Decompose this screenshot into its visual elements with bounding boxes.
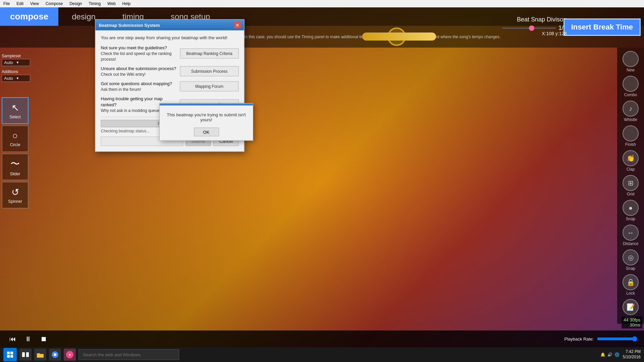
error-dialog: This beatmap you're trying to submit isn… — [159, 103, 253, 141]
additions-dropdown[interactable]: Auto ▼ — [2, 75, 30, 82]
play-stop-btn[interactable]: ⏹ — [38, 335, 50, 343]
slider-track — [502, 27, 556, 29]
right-toolbar: New Combo ♪ Whistle Finish 👏 Clap ⊞ Grid… — [617, 48, 644, 324]
menu-timing[interactable]: Timing — [86, 1, 104, 7]
fps-value: 44 30fps — [624, 317, 640, 322]
network-icon[interactable]: 🌐 — [614, 352, 620, 357]
app-button[interactable]: ● — [64, 349, 76, 361]
taskbar: ● 🔔 🔊 🌐 7:42 PM 5/10/2016 — [0, 347, 644, 362]
tool-grid[interactable]: ⊞ Grid — [623, 175, 639, 196]
menu-design[interactable]: Design — [66, 1, 85, 7]
sampleset-dropdown[interactable]: Auto ▼ — [2, 59, 30, 66]
taskbar-clock: 7:42 PM 5/10/2016 — [623, 349, 641, 360]
submission-question: Unsure about the submission process? — [101, 65, 177, 71]
tool-distance-snap-label: Snap — [626, 266, 635, 271]
svg-rect-0 — [7, 352, 10, 354]
dialog-row-submission: Unsure about the submission process? Che… — [101, 65, 239, 77]
tool-distance-snap[interactable]: ◎ Snap — [623, 249, 639, 271]
dialog-row-mapping: Got some questions about mapping? Ask th… — [101, 80, 239, 92]
error-ok-button[interactable]: OK — [194, 128, 219, 136]
taskview-button[interactable] — [19, 349, 32, 361]
menubar: File Edit View Compose Design Timing Web… — [0, 0, 644, 7]
volume-icon[interactable]: 🔊 — [607, 352, 612, 357]
chrome-button[interactable] — [49, 349, 61, 361]
menu-web[interactable]: Web — [104, 1, 119, 7]
tool-whistle-label: Whistle — [624, 117, 637, 122]
insert-break-button[interactable]: Insert Break Time — [564, 18, 641, 36]
submission-text: Unsure about the submission process? Che… — [101, 65, 177, 77]
tool-finish-label: Finish — [625, 142, 636, 147]
submission-process-button[interactable]: Submission Process — [180, 66, 239, 76]
menu-file[interactable]: File — [0, 1, 13, 7]
grid-icon: ⊞ — [623, 175, 639, 191]
tool-slider[interactable]: 〜 Slider — [2, 154, 29, 180]
timeline-bar[interactable] — [362, 33, 436, 41]
playback-rate-label: Playback Rate: — [565, 337, 594, 342]
slider-icon: 〜 — [10, 158, 20, 170]
beat-snap-title: Beat Snap Divisor: — [517, 16, 567, 23]
tool-circle[interactable]: ○ Circle — [2, 125, 29, 152]
additions-value: Auto — [4, 76, 16, 81]
tool-clap-label: Clap — [627, 167, 635, 172]
tool-snap[interactable]: ● Snap — [623, 200, 639, 221]
tool-combo[interactable]: Combo — [623, 76, 639, 97]
tool-select[interactable]: ↖ Select — [2, 97, 29, 124]
tool-finish[interactable]: Finish — [623, 125, 639, 147]
start-button[interactable] — [3, 348, 17, 361]
tab-compose[interactable]: compose — [0, 7, 58, 26]
folder-icon — [37, 352, 44, 358]
distance-snap-icon: ◎ — [623, 249, 639, 265]
submission-dialog-close[interactable]: ✕ — [234, 22, 241, 28]
sampleset-arrow-icon: ▼ — [16, 61, 28, 64]
taskbar-search-input[interactable] — [78, 349, 179, 360]
tool-distance-label: Distance — [623, 241, 639, 246]
clock-time: 7:42 PM — [623, 349, 641, 355]
play-pause-btn[interactable]: ⏸ — [22, 335, 34, 343]
menu-compose[interactable]: Compose — [42, 1, 66, 7]
ranking-text: Not sure you meet the guidelines? Check … — [101, 45, 177, 62]
notes-icon: 📝 — [623, 299, 639, 315]
fps-display: 44 30fps 30ms — [622, 316, 642, 328]
select-cursor-icon: ↖ — [11, 102, 19, 113]
menu-help[interactable]: Help — [119, 1, 134, 7]
tool-spinner-label: Spinner — [8, 199, 22, 204]
svg-rect-3 — [10, 355, 13, 358]
chrome-icon — [51, 351, 59, 358]
tool-circle-label: Circle — [10, 142, 20, 147]
taskbar-right: 🔔 🔊 🌐 7:42 PM 5/10/2016 — [600, 349, 641, 360]
menu-view[interactable]: View — [27, 1, 42, 7]
clock-date: 5/10/2016 — [623, 355, 641, 360]
playback-rate-slider[interactable] — [597, 336, 637, 342]
ranking-criteria-button[interactable]: Beatmap Ranking Criteria — [180, 48, 239, 58]
tool-distance[interactable]: ↔ Distance — [623, 225, 639, 246]
submission-intro: You are one step away from sharing your … — [101, 35, 239, 40]
additions-label: Additions — [2, 69, 30, 74]
submission-dialog-titlebar: Beatmap Submission System ✕ — [96, 20, 244, 31]
snap-icon: ● — [623, 200, 639, 216]
beat-snap-slider[interactable]: 1/4 — [502, 24, 567, 32]
tool-new[interactable]: New — [623, 51, 639, 72]
distance-icon: ↔ — [623, 225, 639, 241]
tool-snap-label: Snap — [626, 217, 635, 221]
lock-icon: 🔒 — [623, 274, 639, 290]
new-icon — [623, 51, 639, 67]
dialog-row-ranking: Not sure you meet the guidelines? Check … — [101, 45, 239, 62]
tool-whistle[interactable]: ♪ Whistle — [623, 101, 639, 122]
notification-icon[interactable]: 🔔 — [600, 352, 605, 357]
combo-icon — [623, 76, 639, 92]
tool-lock[interactable]: 🔒 Lock — [623, 274, 639, 296]
tool-slider-label: Slider — [10, 172, 20, 176]
mapping-detail: Ask them in the forum! — [101, 86, 177, 92]
mapping-text: Got some questions about mapping? Ask th… — [101, 80, 177, 92]
mapping-forum-button[interactable]: Mapping Forum — [180, 81, 239, 92]
sampleset-label: Sampleset — [2, 54, 30, 58]
fps-ms: 30ms — [624, 322, 640, 327]
play-start-btn[interactable]: ⏮ — [7, 335, 19, 343]
tool-spinner[interactable]: ↺ Spinner — [2, 182, 29, 208]
sampleset-value: Auto — [4, 60, 16, 65]
explorer-button[interactable] — [34, 349, 46, 361]
menu-edit[interactable]: Edit — [13, 1, 27, 7]
tool-clap[interactable]: 👏 Clap — [623, 150, 639, 172]
tool-select-panel: ↖ Select ○ Circle 〜 Slider ↺ Spinner — [2, 87, 29, 208]
slider-thumb — [529, 25, 534, 31]
